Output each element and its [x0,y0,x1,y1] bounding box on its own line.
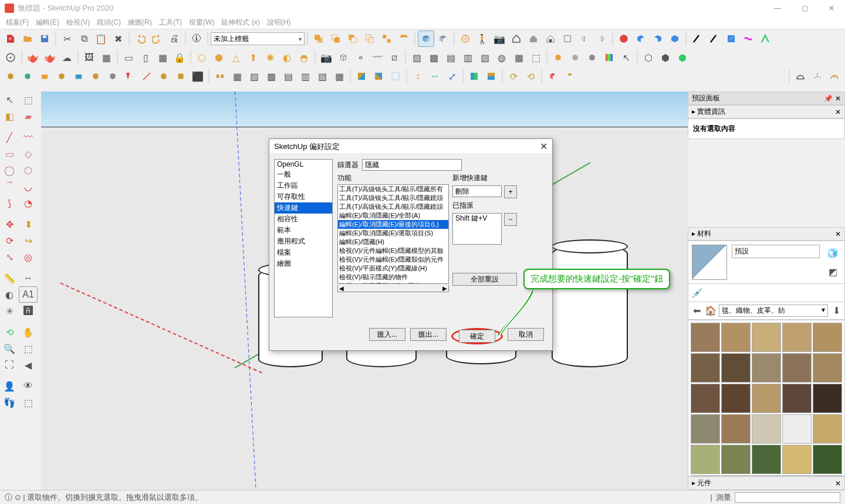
new-file-icon[interactable] [2,31,19,47]
house-right-icon[interactable] [593,31,610,47]
material-swatch[interactable] [721,445,751,474]
material-swatch[interactable] [721,414,751,444]
box-wireframe-icon[interactable] [335,49,351,66]
mat-back-icon[interactable]: ⬅ [691,305,702,317]
text-tool-icon[interactable]: A1 [19,286,38,303]
3dwh-3-icon[interactable] [667,31,683,47]
category-list[interactable]: OpenGL一般工作區可存取性快速鍵相容性範本應用程式檔案繪圖 [274,159,333,317]
category-item[interactable]: 繪圖 [275,258,332,269]
components-header[interactable]: ▸ 元件 ✕ [688,476,845,490]
undo-icon[interactable] [132,31,148,47]
category-item[interactable]: 可存取性 [275,191,332,202]
pie-icon[interactable]: ◔ [19,195,38,211]
scroll-left-icon[interactable]: ◀ [339,285,344,292]
house-icon[interactable] [508,31,525,47]
arrow-icon[interactable]: ↖ [618,49,634,66]
c1-icon[interactable] [2,68,19,84]
comp-1-icon[interactable] [545,68,561,84]
select-tool-icon[interactable]: ↖ [0,92,19,108]
fredo-4-icon[interactable] [740,31,756,47]
function-item[interactable]: 工具(T)/高级镜头工具/顯示/隱藏鏡頭 [338,194,448,202]
hex-3-icon[interactable]: ⬢ [674,49,691,66]
comp-2-icon[interactable] [562,68,578,84]
house-left-icon[interactable] [576,31,593,47]
zoom-extents-icon[interactable]: ⛶ [0,357,19,373]
lasso-icon[interactable]: ⬚ [19,92,38,108]
filter-input[interactable] [362,159,462,171]
house-back-icon[interactable] [542,31,559,47]
axis-g-icon[interactable]: ↔ [427,68,443,84]
delete-icon[interactable]: ✖ [110,31,126,47]
solid-outer-icon[interactable] [396,31,412,47]
menu-help[interactable]: 說明(H) [263,16,295,29]
rotrect-icon[interactable]: ◇ [19,146,38,162]
sandbox-2-icon[interactable]: ▩ [425,49,442,66]
material-swatch[interactable] [721,353,751,383]
menu-draw[interactable]: 繪圖(R) [124,16,156,29]
export-button[interactable]: 匯出... [410,328,447,341]
scroll-right-icon[interactable]: ▶ [442,285,447,292]
reset-all-button[interactable]: 全部重設 [452,273,517,286]
material-swatch[interactable] [813,384,842,413]
grid-icon[interactable]: ▦ [154,49,171,66]
c12-icon[interactable]: ⬛ [190,68,206,84]
style-shaded-icon[interactable] [418,31,434,47]
material-swatch[interactable] [782,445,812,474]
c4-icon[interactable] [53,68,70,84]
cu-7-icon[interactable]: ◓ [296,49,312,66]
c8-icon[interactable] [121,68,138,84]
mirror-2-icon[interactable] [483,68,499,84]
polygon-icon[interactable]: ⬡ [19,162,38,178]
arc-3-icon[interactable]: ⟆ [0,195,19,211]
default-material-icon[interactable]: ◩ [824,263,841,280]
mirror-1-icon[interactable] [466,68,482,84]
material-swatch[interactable] [782,353,812,383]
material-swatch[interactable] [691,353,720,383]
axis-r-icon[interactable]: ↕ [410,68,426,84]
protractor-icon[interactable] [792,68,809,84]
d5-icon[interactable]: ▤ [280,68,296,84]
function-item[interactable]: 編輯(E)/取消隱藏(E)/選取項目(S) [338,229,448,238]
create-material-icon[interactable]: 🧊 [824,245,841,261]
category-item[interactable]: 工作區 [275,180,332,191]
material-swatch[interactable] [752,323,781,352]
sel-2-icon[interactable] [370,68,387,84]
category-item[interactable]: 快速鍵 [275,202,332,214]
solid-union-icon[interactable] [310,31,327,47]
material-swatch[interactable] [691,323,720,352]
offset-icon[interactable]: ◎ [19,249,38,265]
teapot-1-icon[interactable]: 🫖 [25,49,41,66]
tape-icon[interactable]: 📏 [0,270,19,286]
rotate-tool-icon[interactable]: ⟳ [0,232,19,249]
material-swatch[interactable] [813,414,842,444]
c11-icon[interactable] [173,68,189,84]
eraser-tool-icon[interactable]: ◧ [0,108,19,124]
material-swatch[interactable] [691,445,720,474]
pin-icon[interactable]: 📌 [824,94,833,103]
warehouse-icon[interactable] [616,31,632,47]
maximize-button[interactable]: ▢ [791,0,818,16]
line-tool-icon[interactable]: ╱ [0,129,19,146]
sandbox-1-icon[interactable]: ▨ [408,49,425,66]
fredo-2-icon[interactable] [706,31,722,47]
pan-icon[interactable]: ✋ [19,324,38,340]
sandbox-4-icon[interactable]: ▥ [459,49,476,66]
c10-icon[interactable] [156,68,172,84]
function-item[interactable]: 檢視(V)/元件編輯(E)/隱藏模型的其餘 [338,246,448,255]
d3-icon[interactable]: ▨ [246,68,262,84]
position-camera-icon[interactable]: 📷 [491,31,508,47]
cloud-icon[interactable]: ☁ [59,49,75,66]
category-item[interactable]: OpenGL [275,160,332,169]
scale-tool-icon[interactable]: ⤡ [0,249,19,265]
arc-1-icon[interactable]: ⌒ [0,178,19,195]
material-swatch[interactable] [721,323,751,352]
axes-tool-icon[interactable] [809,68,826,84]
material-swatch[interactable] [752,445,781,474]
mat-category-select[interactable]: 毯、織物、皮革、紡▾ [719,305,828,317]
material-swatch[interactable] [813,323,842,352]
print-icon[interactable]: 🖨 [166,31,182,47]
d1-icon[interactable] [212,68,228,84]
material-preset[interactable]: 預設 [732,245,820,258]
cu-3-icon[interactable]: △ [228,49,244,66]
walk2-icon[interactable]: 👣 [0,394,19,411]
